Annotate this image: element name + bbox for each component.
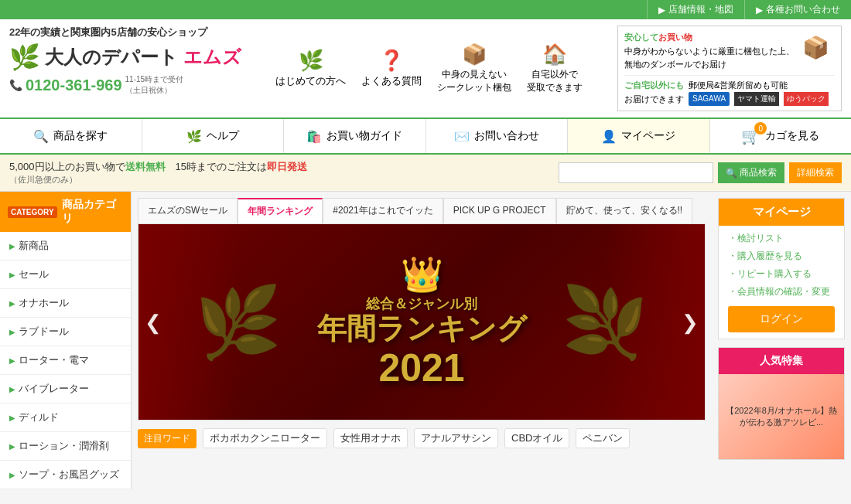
keyword-tag-4[interactable]: ペニバン — [576, 428, 630, 448]
nav-label: 中身の見えないシークレット梱包 — [437, 68, 511, 94]
header-nav: 🌿 はじめての方へ ❓ よくある質問 📦 中身の見えないシークレット梱包 🏠 自… — [249, 26, 610, 111]
chevron-right-icon: ▶ — [9, 242, 15, 250]
login-button[interactable]: ログイン — [728, 306, 835, 332]
nav-item-faq[interactable]: ❓ よくある質問 — [361, 49, 422, 88]
tab-ranking[interactable]: 年間ランキング — [238, 198, 323, 223]
nav-guide[interactable]: 🛍️ お買い物ガイド — [284, 119, 426, 153]
nav-search-label: 商品を探す — [53, 129, 108, 143]
sidebar-item-lovedoll[interactable]: ▶ ラブドール — [0, 318, 131, 346]
chevron-right-icon: ▶ — [9, 414, 15, 422]
nav-item-hajimete[interactable]: 🌿 はじめての方へ — [275, 49, 346, 88]
nav-search[interactable]: 🔍 商品を探す — [0, 119, 142, 153]
main-banner[interactable]: 🌿 🌿 👑 総合＆ジャンル別 年間ランキング 2021 ❮ ❯ — [138, 223, 706, 421]
sidebar-header: CATEGORY 商品カテゴリ — [0, 192, 131, 232]
nav-contact-label: お問い合わせ — [474, 129, 539, 143]
mypage-box-header: マイページ — [719, 199, 844, 226]
nav-contact[interactable]: ✉️ お問い合わせ — [426, 119, 569, 153]
search-btn-icon: 🔍 — [726, 168, 737, 179]
banner-year: 2021 — [317, 346, 527, 390]
leaf-icon: 🌿 — [9, 43, 40, 72]
sidebar-item-rotor[interactable]: ▶ ローター・電マ — [0, 346, 131, 375]
sidebar-item-new[interactable]: ▶ 新商品 — [0, 232, 131, 261]
sidebar-item-dildo[interactable]: ▶ ディルド — [0, 404, 131, 432]
mypage-link-2[interactable]: ・リピート購入する — [728, 267, 835, 281]
nav-cart-label: カゴを見る — [765, 129, 819, 143]
keyword-tag-3[interactable]: CBDオイル — [504, 428, 569, 448]
search-button[interactable]: 🔍 商品検索 — [718, 162, 784, 183]
crown-icon: 👑 — [317, 254, 527, 295]
chevron-right-icon: ▶ — [9, 356, 15, 365]
keyword-tag-2[interactable]: アナルアサシン — [414, 428, 498, 448]
tab-2021[interactable]: #2021年はこれでイッた — [323, 198, 443, 223]
tagline: 22年の実績と関東圏内5店舗の安心ショップ — [9, 26, 241, 39]
left-sidebar: CATEGORY 商品カテゴリ ▶ 新商品 ▶ セール ▶ オナホール ▶ ラブ… — [0, 192, 132, 489]
yupack-badge: ゆうパック — [784, 92, 829, 106]
package-icon: 📦 — [802, 31, 829, 72]
tab-points[interactable]: 貯めて、使って、安くなる!! — [556, 198, 693, 223]
main-nav: 🔍 商品を探す 🌿 ヘルプ 🛍️ お買い物ガイド ✉️ お問い合わせ 👤 マイペ… — [0, 119, 851, 155]
chevron-right-icon: ▶ — [9, 471, 15, 479]
logo-text: 大人のデパート エムズ — [45, 45, 241, 70]
inquiry-link[interactable]: ▶ 各種お問い合わせ — [744, 0, 851, 19]
keyword-tag-1[interactable]: 女性用オナホ — [333, 428, 408, 448]
nav-help[interactable]: 🌿 ヘルプ — [142, 119, 285, 153]
nav-item-delivery[interactable]: 🏠 自宅以外で受取できます — [527, 43, 583, 94]
keyword-tag-0[interactable]: ポカポカクンニローター — [203, 428, 327, 448]
delivery-text2: 無地のダンボールでお届け — [624, 58, 795, 72]
phone-hours: 11-15時まで受付（土日祝休） — [125, 74, 184, 96]
phone-icon: 📞 — [9, 79, 22, 91]
chevron-right-icon: ▶ — [9, 271, 15, 279]
header-left: 22年の実績と関東圏内5店舗の安心ショップ 🌿 大人のデパート エムズ 📞 01… — [9, 26, 241, 111]
banner-prev-button[interactable]: ❮ — [145, 310, 162, 334]
arrow-icon: ▶ — [756, 5, 763, 15]
nav-cart[interactable]: 🛒 0 カゴを見る — [710, 119, 852, 153]
detail-search-button[interactable]: 詳細検索 — [789, 162, 842, 183]
sidebar-item-sale[interactable]: ▶ セール — [0, 261, 131, 289]
nav-mypage[interactable]: 👤 マイページ — [568, 119, 710, 153]
promo-note: （佐川急便のみ） — [9, 174, 551, 186]
nav-guide-label: お買い物ガイド — [326, 129, 402, 143]
store-info-link[interactable]: ▶ 店舗情報・地図 — [647, 0, 744, 19]
yamato-badge: ヤマト運輸 — [734, 92, 779, 106]
nav-help-label: ヘルプ — [207, 129, 239, 143]
right-sidebar: マイページ ・検討リスト ・購入履歴を見る ・リピート購入する ・会員情報の確認… — [712, 192, 851, 489]
chevron-right-icon: ▶ — [9, 385, 15, 393]
mypage-link-0[interactable]: ・検討リスト — [728, 232, 835, 245]
sidebar-item-lotion[interactable]: ▶ ローション・潤滑剤 — [0, 432, 131, 461]
arrow-icon: ▶ — [658, 5, 665, 15]
chevron-right-icon: ▶ — [9, 299, 15, 308]
banner-title-large: 年間ランキング — [317, 313, 527, 346]
logo[interactable]: 🌿 大人のデパート エムズ — [9, 43, 241, 72]
popular-image[interactable]: 【2022年8月/オナホール】熱が伝わる激アツレビ... — [719, 374, 844, 459]
delivery-text1: 中身がわからないように厳重に梱包した上、 — [624, 45, 795, 59]
sidebar-item-vibrator[interactable]: ▶ バイブレーター — [0, 375, 131, 404]
nav-mypage-label: マイページ — [621, 129, 675, 143]
popular-box-header: 人気特集 — [719, 348, 844, 374]
delivery-sub: お届けできます — [624, 93, 684, 107]
nav-item-secret[interactable]: 📦 中身の見えないシークレット梱包 — [437, 43, 511, 94]
sidebar-item-onahole[interactable]: ▶ オナホール — [0, 289, 131, 318]
keywords-row: 注目ワード ポカポカクンニローター 女性用オナホ アナルアサシン CBDオイル … — [138, 428, 706, 448]
question-icon: ❓ — [379, 49, 404, 73]
laurel-right-icon: 🌿 — [562, 281, 648, 363]
search-input[interactable] — [559, 162, 713, 183]
mypage-link-3[interactable]: ・会員情報の確認・変更 — [728, 285, 835, 298]
banner-next-button[interactable]: ❯ — [682, 310, 699, 334]
nav-label: 自宅以外で受取できます — [527, 68, 583, 94]
main-layout: CATEGORY 商品カテゴリ ▶ 新商品 ▶ セール ▶ オナホール ▶ ラブ… — [0, 192, 851, 489]
box-icon: 📦 — [462, 43, 487, 66]
search-input-group: 🔍 商品検索 詳細検索 — [559, 162, 842, 183]
sagawa-badge: SAGAWA — [689, 92, 730, 106]
laurel-left-icon: 🌿 — [195, 281, 282, 363]
tab-pickup[interactable]: PICK UP G PROJECT — [443, 198, 556, 223]
search-icon: 🔍 — [33, 129, 49, 144]
popular-text: 【2022年8月/オナホール】熱が伝わる激アツレビ... — [725, 405, 838, 428]
mypage-link-1[interactable]: ・購入履歴を見る — [728, 250, 835, 263]
category-badge: CATEGORY — [8, 206, 57, 218]
banner-title-small: 総合＆ジャンル別 — [317, 295, 527, 313]
leaf-icon2: 🌿 — [186, 129, 202, 144]
banner-content: 👑 総合＆ジャンル別 年間ランキング 2021 — [317, 254, 527, 390]
sidebar-item-soap[interactable]: ▶ ソープ・お風呂グッズ — [0, 461, 131, 489]
tab-sw-sale[interactable]: エムズのSWセール — [138, 198, 238, 223]
tabs: エムズのSWセール 年間ランキング #2021年はこれでイッた PICK UP … — [138, 198, 706, 223]
